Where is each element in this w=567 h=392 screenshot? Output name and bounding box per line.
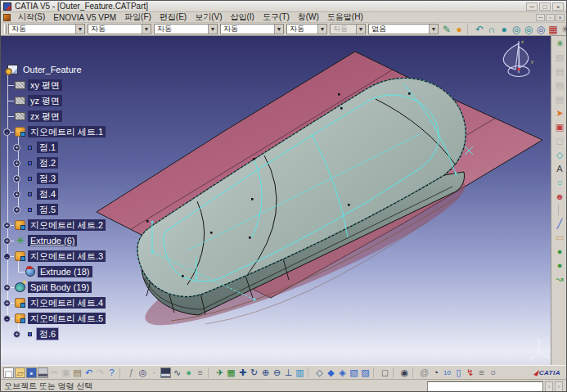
tree-item-label[interactable]: yz 평면 bbox=[28, 95, 62, 106]
create-views-icon[interactable]: ▥ bbox=[295, 367, 305, 378]
collapse-icon[interactable]: - bbox=[3, 128, 11, 136]
list-features-icon[interactable]: ≡ bbox=[476, 367, 487, 378]
chevron-down-icon[interactable]: ▼ bbox=[208, 25, 217, 34]
sweep-surface-icon[interactable]: ↝ bbox=[554, 273, 566, 285]
expand-icon[interactable]: + bbox=[13, 160, 20, 167]
chronometer-icon[interactable]: ◔ bbox=[430, 367, 441, 378]
expand-icon[interactable]: + bbox=[3, 284, 11, 291]
tree-item-label[interactable]: zx 평면 bbox=[28, 110, 62, 122]
expand-icon[interactable]: + bbox=[13, 191, 20, 198]
tree-item-label[interactable]: 지오메트리 세트.2 bbox=[28, 219, 106, 231]
arc-view-icon[interactable]: ∩ bbox=[486, 24, 497, 35]
tree-item-extrude-18[interactable]: Extrude (18) bbox=[25, 264, 92, 279]
tree-item-zx-plane[interactable]: zx 평면 bbox=[15, 109, 62, 124]
tree-item-yz-plane[interactable]: yz 평면 bbox=[15, 93, 62, 108]
tree-item-geometrical-set-5[interactable]: - 지오메트리 세트.5 bbox=[15, 311, 106, 326]
menu-tools[interactable]: 도구(T) bbox=[259, 11, 294, 23]
search-icon[interactable]: ◎ bbox=[137, 367, 148, 378]
doc-restore-button[interactable]: ▫ bbox=[546, 14, 555, 21]
filter-combo-5[interactable]: 자동▼ bbox=[286, 24, 327, 34]
tree-item-label[interactable]: 지오메트리 세트.1 bbox=[28, 126, 106, 137]
view-tool-4-icon[interactable]: ▤ bbox=[554, 93, 566, 105]
normal-view-icon[interactable]: ⊥ bbox=[283, 367, 294, 378]
expand-icon[interactable]: + bbox=[13, 206, 20, 214]
collapse-icon[interactable]: - bbox=[3, 315, 11, 322]
filter-combo-7[interactable]: 없음▼ bbox=[368, 24, 439, 34]
tree-item-extrude-6[interactable]: + Extrude (6) bbox=[15, 233, 77, 248]
tree-item-label[interactable]: Split Body (19) bbox=[28, 282, 92, 293]
menu-view[interactable]: 보기(V) bbox=[191, 11, 226, 23]
tree-item-label[interactable]: 점.3 bbox=[37, 173, 58, 184]
collapse-icon[interactable]: - bbox=[3, 253, 11, 260]
safe-save-icon[interactable]: ● bbox=[183, 367, 194, 378]
pan-icon[interactable]: ✚ bbox=[237, 367, 248, 378]
tree-item-label[interactable]: 지오메트리 세트.3 bbox=[28, 250, 106, 262]
tree-item-label[interactable]: 점.5 bbox=[37, 204, 58, 215]
context-help-icon[interactable]: ? bbox=[106, 367, 117, 378]
text-annotation-icon[interactable]: A bbox=[554, 163, 566, 174]
tree-item-label[interactable]: 점.4 bbox=[37, 188, 58, 200]
tree-item-label[interactable]: 점.6 bbox=[37, 328, 58, 340]
tree-item-point-3[interactable]: + 점.3 bbox=[25, 171, 58, 186]
camera-icon[interactable]: ◉ bbox=[399, 367, 410, 378]
tree-item-label[interactable]: xy 평면 bbox=[28, 79, 62, 91]
link-manager-icon[interactable]: ∿ bbox=[172, 367, 182, 378]
doc-minimize-button[interactable]: ─ bbox=[536, 14, 545, 21]
plane-surface-icon[interactable]: ▭ bbox=[554, 232, 566, 243]
close-button[interactable]: × bbox=[552, 2, 564, 11]
revolve-surface-icon[interactable]: ● bbox=[554, 259, 566, 271]
maximize-button[interactable]: □ bbox=[539, 2, 551, 11]
chevron-down-icon[interactable]: ▼ bbox=[274, 25, 283, 34]
expand-icon[interactable]: + bbox=[3, 237, 11, 245]
expand-icon[interactable]: + bbox=[13, 175, 20, 182]
globe-search-2-icon[interactable]: ◎ bbox=[523, 24, 534, 35]
viewport[interactable]: z y ✳▤▤▤▤➤▣◻◇A○☻╱▭●●↝ bbox=[1, 36, 567, 365]
tree-item-label[interactable]: Extrude (18) bbox=[38, 266, 92, 277]
globe-link-icon[interactable]: ◎ bbox=[535, 24, 547, 35]
tree-item-geometrical-set-3[interactable]: - 지오메트리 세트.3 bbox=[15, 249, 106, 264]
chevron-down-icon[interactable]: ▼ bbox=[429, 25, 438, 34]
filter-combo-4[interactable]: 자동▼ bbox=[220, 24, 284, 34]
command-input[interactable] bbox=[427, 381, 543, 392]
fly-mode-icon[interactable]: ✈ bbox=[214, 367, 225, 378]
view-tool-2-icon[interactable]: ▤ bbox=[554, 65, 566, 77]
isometric-view-icon[interactable]: ◻ bbox=[380, 367, 390, 378]
command-history-button[interactable]: ▫ bbox=[545, 381, 553, 392]
tree-item-geometrical-set-2[interactable]: + 지오메트리 세트.2 bbox=[15, 218, 106, 232]
title-bar[interactable]: CATIA V5 - [Outer_Feature.CATPart] ─ □ × bbox=[1, 1, 566, 12]
swap-view-icon[interactable]: ↶ bbox=[474, 24, 485, 35]
filter-combo-2[interactable]: 자동▼ bbox=[88, 24, 151, 34]
circle-icon[interactable]: ○ bbox=[554, 177, 566, 188]
measure-icon[interactable]: 10 bbox=[442, 367, 452, 378]
chevron-down-icon[interactable]: ▼ bbox=[142, 25, 151, 34]
new-document-icon[interactable]: ▢ bbox=[3, 367, 14, 378]
wireframe-mode-icon[interactable]: ◇ bbox=[314, 367, 325, 378]
magnifier-disc-icon[interactable]: ● bbox=[498, 24, 510, 35]
chevron-down-icon[interactable]: ▼ bbox=[317, 25, 326, 34]
expand-icon[interactable]: + bbox=[3, 300, 11, 307]
zoom-out-icon[interactable]: ⊖ bbox=[272, 367, 282, 378]
datum-grid-icon[interactable]: ▦ bbox=[547, 24, 559, 35]
tree-item-point-6[interactable]: + 점.6 bbox=[25, 327, 58, 341]
expand-icon[interactable]: + bbox=[13, 331, 20, 338]
constraint-icon[interactable]: ↯ bbox=[465, 367, 475, 378]
tree-item-root[interactable]: Outer_Feature bbox=[7, 62, 84, 77]
menu-edit[interactable]: 편집(E) bbox=[155, 11, 191, 23]
custom-render-mode-icon[interactable]: ▨ bbox=[360, 367, 371, 378]
globe-search-1-icon[interactable]: ◎ bbox=[511, 24, 522, 35]
compass-origin-dot[interactable] bbox=[517, 68, 520, 71]
paintbrush-icon[interactable]: ✎ bbox=[441, 24, 452, 35]
rotate-icon[interactable]: ↻ bbox=[249, 367, 259, 378]
doc-close-button[interactable]: × bbox=[556, 14, 565, 21]
menu-file[interactable]: 파일(F) bbox=[120, 11, 155, 23]
tree-item-label[interactable]: 점.2 bbox=[37, 157, 58, 169]
filter-combo-3[interactable]: 자동▼ bbox=[154, 24, 218, 34]
tree-item-point-5[interactable]: + 점.5 bbox=[25, 202, 58, 217]
tree-item-xy-plane[interactable]: xy 평면 bbox=[15, 78, 62, 92]
tree-item-point-2[interactable]: + 점.2 bbox=[25, 155, 58, 170]
sketch-analysis-icon[interactable]: ✳ bbox=[560, 24, 567, 35]
tree-item-label[interactable]: Extrude (6) bbox=[28, 235, 77, 246]
save-icon[interactable]: ▪ bbox=[26, 367, 37, 378]
catalog-icon[interactable]: ≡ bbox=[195, 367, 205, 378]
open-document-icon[interactable]: ▱ bbox=[15, 367, 25, 378]
